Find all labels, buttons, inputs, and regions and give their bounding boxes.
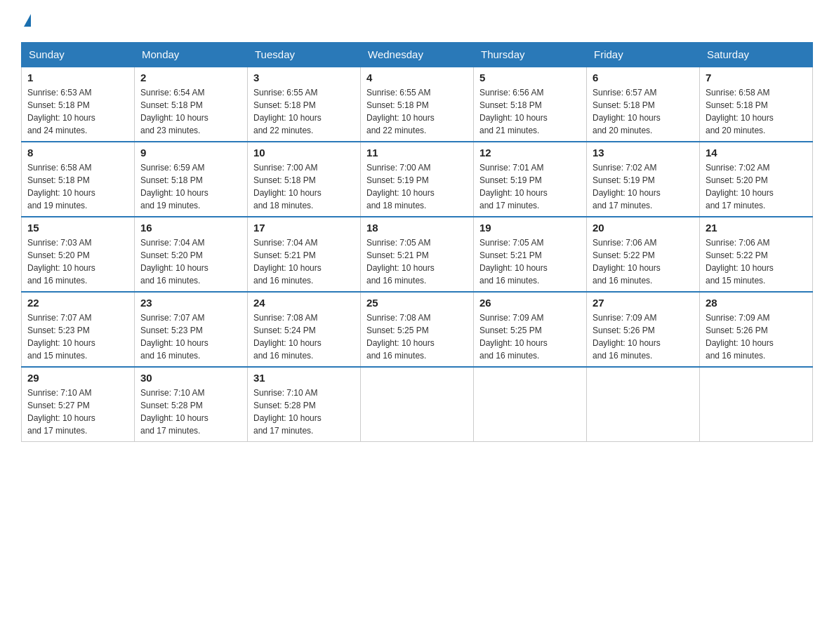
day-info: Sunrise: 7:00 AM Sunset: 5:19 PM Dayligh… [366,161,468,212]
calendar-cell: 30 Sunrise: 7:10 AM Sunset: 5:28 PM Dayl… [135,367,248,442]
day-info: Sunrise: 7:04 AM Sunset: 5:20 PM Dayligh… [140,236,241,287]
day-number: 19 [479,222,581,234]
calendar-cell: 4 Sunrise: 6:55 AM Sunset: 5:18 PM Dayli… [361,67,474,142]
day-info: Sunrise: 7:09 AM Sunset: 5:26 PM Dayligh… [706,311,807,362]
day-number: 30 [140,372,241,384]
calendar-week-row: 15 Sunrise: 7:03 AM Sunset: 5:20 PM Dayl… [22,217,813,292]
day-number: 10 [253,147,355,159]
day-info: Sunrise: 7:10 AM Sunset: 5:28 PM Dayligh… [253,387,355,437]
calendar-header-monday: Monday [135,43,248,67]
calendar-cell [361,367,474,442]
day-number: 4 [366,72,468,83]
calendar-cell: 3 Sunrise: 6:55 AM Sunset: 5:18 PM Dayli… [248,67,361,142]
day-info: Sunrise: 7:10 AM Sunset: 5:28 PM Dayligh… [140,387,241,437]
calendar-cell [587,367,700,442]
day-info: Sunrise: 7:06 AM Sunset: 5:22 PM Dayligh… [593,236,694,287]
day-number: 18 [366,222,468,234]
calendar-cell: 12 Sunrise: 7:01 AM Sunset: 5:19 PM Dayl… [474,142,587,217]
logo-triangle-icon [24,14,31,27]
calendar-cell: 28 Sunrise: 7:09 AM Sunset: 5:26 PM Dayl… [700,292,813,367]
day-info: Sunrise: 7:02 AM Sunset: 5:20 PM Dayligh… [706,161,807,212]
day-info: Sunrise: 6:55 AM Sunset: 5:18 PM Dayligh… [366,86,468,137]
day-number: 6 [593,72,694,83]
day-info: Sunrise: 7:02 AM Sunset: 5:19 PM Dayligh… [593,161,694,212]
day-number: 24 [253,297,355,309]
calendar-week-row: 29 Sunrise: 7:10 AM Sunset: 5:27 PM Dayl… [22,367,813,442]
calendar-header-sunday: Sunday [22,43,135,67]
calendar-cell: 5 Sunrise: 6:56 AM Sunset: 5:18 PM Dayli… [474,67,587,142]
day-number: 16 [140,222,241,234]
day-info: Sunrise: 7:08 AM Sunset: 5:25 PM Dayligh… [366,311,468,362]
day-info: Sunrise: 6:58 AM Sunset: 5:18 PM Dayligh… [27,161,128,212]
day-info: Sunrise: 6:59 AM Sunset: 5:18 PM Dayligh… [140,161,241,212]
day-info: Sunrise: 6:57 AM Sunset: 5:18 PM Dayligh… [593,86,694,137]
calendar-cell: 11 Sunrise: 7:00 AM Sunset: 5:19 PM Dayl… [361,142,474,217]
day-number: 13 [593,147,694,159]
day-number: 23 [140,297,241,309]
day-info: Sunrise: 7:07 AM Sunset: 5:23 PM Dayligh… [140,311,241,362]
calendar-cell: 17 Sunrise: 7:04 AM Sunset: 5:21 PM Dayl… [248,217,361,292]
day-number: 8 [27,147,128,159]
day-info: Sunrise: 7:03 AM Sunset: 5:20 PM Dayligh… [27,236,128,287]
day-info: Sunrise: 7:04 AM Sunset: 5:21 PM Dayligh… [253,236,355,287]
day-number: 12 [479,147,581,159]
day-number: 15 [27,222,128,234]
day-info: Sunrise: 7:09 AM Sunset: 5:25 PM Dayligh… [479,311,581,362]
day-info: Sunrise: 6:56 AM Sunset: 5:18 PM Dayligh… [479,86,581,137]
calendar-header-wednesday: Wednesday [361,43,474,67]
calendar-table: SundayMondayTuesdayWednesdayThursdayFrid… [21,42,813,442]
day-info: Sunrise: 6:53 AM Sunset: 5:18 PM Dayligh… [27,86,128,137]
calendar-cell: 6 Sunrise: 6:57 AM Sunset: 5:18 PM Dayli… [587,67,700,142]
calendar-cell: 26 Sunrise: 7:09 AM Sunset: 5:25 PM Dayl… [474,292,587,367]
calendar-cell: 14 Sunrise: 7:02 AM Sunset: 5:20 PM Dayl… [700,142,813,217]
day-number: 1 [27,72,128,83]
calendar-week-row: 8 Sunrise: 6:58 AM Sunset: 5:18 PM Dayli… [22,142,813,217]
calendar-week-row: 1 Sunrise: 6:53 AM Sunset: 5:18 PM Dayli… [22,67,813,142]
day-number: 27 [593,297,694,309]
calendar-cell: 25 Sunrise: 7:08 AM Sunset: 5:25 PM Dayl… [361,292,474,367]
day-number: 2 [140,72,241,83]
calendar-cell: 23 Sunrise: 7:07 AM Sunset: 5:23 PM Dayl… [135,292,248,367]
calendar-cell: 8 Sunrise: 6:58 AM Sunset: 5:18 PM Dayli… [22,142,135,217]
calendar-cell: 1 Sunrise: 6:53 AM Sunset: 5:18 PM Dayli… [22,67,135,142]
calendar-cell: 31 Sunrise: 7:10 AM Sunset: 5:28 PM Dayl… [248,367,361,442]
day-info: Sunrise: 6:54 AM Sunset: 5:18 PM Dayligh… [140,86,241,137]
calendar-cell: 16 Sunrise: 7:04 AM Sunset: 5:20 PM Dayl… [135,217,248,292]
day-info: Sunrise: 7:01 AM Sunset: 5:19 PM Dayligh… [479,161,581,212]
day-number: 21 [706,222,807,234]
day-number: 3 [253,72,355,83]
calendar-cell: 27 Sunrise: 7:09 AM Sunset: 5:26 PM Dayl… [587,292,700,367]
day-number: 17 [253,222,355,234]
calendar-cell: 24 Sunrise: 7:08 AM Sunset: 5:24 PM Dayl… [248,292,361,367]
calendar-cell [700,367,813,442]
day-info: Sunrise: 7:10 AM Sunset: 5:27 PM Dayligh… [27,387,128,437]
day-number: 11 [366,147,468,159]
calendar-cell: 29 Sunrise: 7:10 AM Sunset: 5:27 PM Dayl… [22,367,135,442]
calendar-cell: 19 Sunrise: 7:05 AM Sunset: 5:21 PM Dayl… [474,217,587,292]
day-number: 7 [706,72,807,83]
calendar-cell: 9 Sunrise: 6:59 AM Sunset: 5:18 PM Dayli… [135,142,248,217]
calendar-cell [474,367,587,442]
calendar-header-tuesday: Tuesday [248,43,361,67]
day-number: 5 [479,72,581,83]
day-number: 26 [479,297,581,309]
calendar-week-row: 22 Sunrise: 7:07 AM Sunset: 5:23 PM Dayl… [22,292,813,367]
day-number: 20 [593,222,694,234]
calendar-cell: 10 Sunrise: 7:00 AM Sunset: 5:18 PM Dayl… [248,142,361,217]
day-info: Sunrise: 7:05 AM Sunset: 5:21 PM Dayligh… [479,236,581,287]
day-info: Sunrise: 6:55 AM Sunset: 5:18 PM Dayligh… [253,86,355,137]
day-number: 9 [140,147,241,159]
day-number: 29 [27,372,128,384]
calendar-cell: 21 Sunrise: 7:06 AM Sunset: 5:22 PM Dayl… [700,217,813,292]
calendar-header-row: SundayMondayTuesdayWednesdayThursdayFrid… [22,43,813,67]
page-header [21,14,813,28]
calendar-cell: 20 Sunrise: 7:06 AM Sunset: 5:22 PM Dayl… [587,217,700,292]
day-info: Sunrise: 7:06 AM Sunset: 5:22 PM Dayligh… [706,236,807,287]
logo [21,14,31,28]
day-number: 22 [27,297,128,309]
calendar-cell: 22 Sunrise: 7:07 AM Sunset: 5:23 PM Dayl… [22,292,135,367]
day-number: 28 [706,297,807,309]
calendar-header-saturday: Saturday [700,43,813,67]
day-info: Sunrise: 7:07 AM Sunset: 5:23 PM Dayligh… [27,311,128,362]
day-info: Sunrise: 7:08 AM Sunset: 5:24 PM Dayligh… [253,311,355,362]
